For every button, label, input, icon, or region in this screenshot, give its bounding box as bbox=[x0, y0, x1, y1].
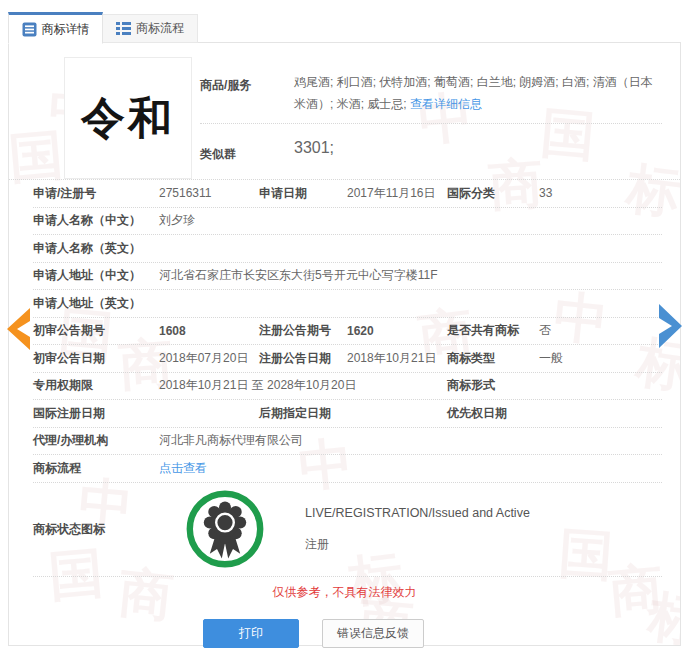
table-row: 申请人名称（英文） bbox=[33, 235, 662, 263]
reg-no-value: 27516311 bbox=[159, 186, 259, 200]
status-icon-label: 商标状态图标 bbox=[33, 521, 159, 538]
reg-announce-date-value: 2018年10月21日 bbox=[347, 350, 447, 367]
exclusive-period-value: 2018年10月21日 至 2028年10月20日 bbox=[159, 377, 447, 394]
legal-disclaimer: 仅供参考，不具有法律效力 bbox=[9, 577, 680, 607]
status-text-cn: 注册 bbox=[305, 536, 530, 553]
registration-badge-icon bbox=[185, 489, 265, 569]
applicant-cn-label: 申请人名称（中文） bbox=[33, 212, 159, 229]
goods-detail-link[interactable]: 查看详细信息 bbox=[410, 97, 482, 111]
applicant-en-label: 申请人名称（英文） bbox=[33, 240, 159, 257]
process-view-link[interactable]: 点击查看 bbox=[159, 461, 207, 475]
print-button[interactable]: 打印 bbox=[203, 619, 299, 648]
apply-date-label: 申请日期 bbox=[259, 185, 347, 202]
trademark-image-text: 令和 bbox=[81, 89, 175, 148]
table-row: 代理/办理机构 河北非凡商标代理有限公司 bbox=[33, 428, 662, 456]
trademark-image: 令和 bbox=[64, 57, 192, 179]
table-row: 申请人地址（中文） 河北省石家庄市长安区东大街5号开元中心写字楼11F bbox=[33, 263, 662, 291]
tab-detail-label: 商标详情 bbox=[42, 21, 90, 38]
reg-announce-no-label: 注册公告期号 bbox=[259, 322, 347, 339]
tab-trademark-process[interactable]: 商标流程 bbox=[103, 14, 198, 43]
goods-services-value: 鸡尾酒; 利口酒; 伏特加酒; 葡萄酒; 白兰地; 朗姆酒; 白酒; 清酒（日本… bbox=[294, 65, 662, 117]
similar-group-label: 类似群 bbox=[200, 134, 294, 163]
process-label: 商标流程 bbox=[33, 460, 159, 477]
trademark-summary: 令和 商品/服务 鸡尾酒; 利口酒; 伏特加酒; 葡萄酒; 白兰地; 朗姆酒; … bbox=[9, 43, 680, 180]
intl-class-label: 国际分类 bbox=[447, 185, 539, 202]
intl-reg-date-label: 国际注册日期 bbox=[33, 405, 159, 422]
addr-en-label: 申请人地址（英文） bbox=[33, 295, 159, 312]
exclusive-period-label: 专用权期限 bbox=[33, 377, 159, 394]
similar-group-value: 3301; bbox=[294, 139, 334, 157]
table-row: 申请人名称（中文） 刘夕珍 bbox=[33, 208, 662, 236]
status-row: 商标状态图标 LIVE/REGISTRATION/Issu bbox=[33, 483, 662, 577]
tm-type-label: 商标类型 bbox=[447, 350, 539, 367]
apply-date-value: 2017年11月16日 bbox=[347, 185, 447, 202]
applicant-cn-value: 刘夕珍 bbox=[159, 212, 662, 229]
agency-label: 代理/办理机构 bbox=[33, 432, 159, 449]
addr-cn-value: 河北省石家庄市长安区东大街5号开元中心写字楼11F bbox=[159, 267, 662, 284]
reg-no-label: 申请/注册号 bbox=[33, 185, 159, 202]
priority-date-label: 优先权日期 bbox=[447, 405, 539, 422]
first-trial-no-value: 1608 bbox=[159, 324, 259, 338]
status-text-en: LIVE/REGISTRATION/Issued and Active bbox=[305, 506, 530, 520]
chevron-left-icon bbox=[5, 307, 31, 351]
tm-form-label: 商标形式 bbox=[447, 377, 539, 394]
first-trial-date-value: 2018年07月20日 bbox=[159, 350, 259, 367]
first-trial-no-label: 初审公告期号 bbox=[33, 322, 159, 339]
table-row: 国际注册日期 后期指定日期 优先权日期 bbox=[33, 400, 662, 428]
agency-value: 河北非凡商标代理有限公司 bbox=[159, 432, 662, 449]
table-row: 初审公告日期 2018年07月20日 注册公告日期 2018年10月21日 商标… bbox=[33, 345, 662, 373]
reg-announce-date-label: 注册公告日期 bbox=[259, 350, 347, 367]
next-arrow-button[interactable] bbox=[658, 303, 684, 353]
table-row: 申请人地址（英文） bbox=[33, 290, 662, 318]
prev-arrow-button[interactable] bbox=[5, 307, 31, 355]
footer-actions: 打印 错误信息反馈 bbox=[9, 607, 680, 648]
field-rows: 申请/注册号 27516311 申请日期 2017年11月16日 国际分类 33… bbox=[9, 180, 680, 577]
reg-announce-no-value: 1620 bbox=[347, 324, 447, 338]
tab-bar: 商标详情 商标流程 bbox=[8, 12, 198, 43]
trademark-detail-card: 中 国 商 标 中 国 中 商 国 商 标 中 中 国 商 标 国 商 标 商 … bbox=[8, 42, 681, 646]
intl-class-value: 33 bbox=[539, 186, 662, 200]
table-row: 商标流程 点击查看 bbox=[33, 455, 662, 483]
addr-cn-label: 申请人地址（中文） bbox=[33, 267, 159, 284]
first-trial-date-label: 初审公告日期 bbox=[33, 350, 159, 367]
tab-process-label: 商标流程 bbox=[136, 20, 184, 37]
table-row: 申请/注册号 27516311 申请日期 2017年11月16日 国际分类 33 bbox=[33, 180, 662, 208]
shared-value: 否 bbox=[539, 322, 662, 339]
goods-services-label: 商品/服务 bbox=[200, 65, 294, 117]
table-row: 初审公告期号 1608 注册公告期号 1620 是否共有商标 否 bbox=[33, 318, 662, 346]
error-feedback-button[interactable]: 错误信息反馈 bbox=[322, 619, 424, 648]
table-row: 专用权期限 2018年10月21日 至 2028年10月20日 商标形式 bbox=[33, 373, 662, 401]
bullet-list-icon bbox=[116, 22, 131, 35]
tm-type-value: 一般 bbox=[539, 350, 662, 367]
tab-trademark-detail[interactable]: 商标详情 bbox=[8, 12, 103, 44]
chevron-right-icon bbox=[658, 303, 684, 349]
late-designation-date-label: 后期指定日期 bbox=[259, 405, 347, 422]
document-list-icon bbox=[22, 22, 37, 37]
shared-label: 是否共有商标 bbox=[447, 322, 539, 339]
